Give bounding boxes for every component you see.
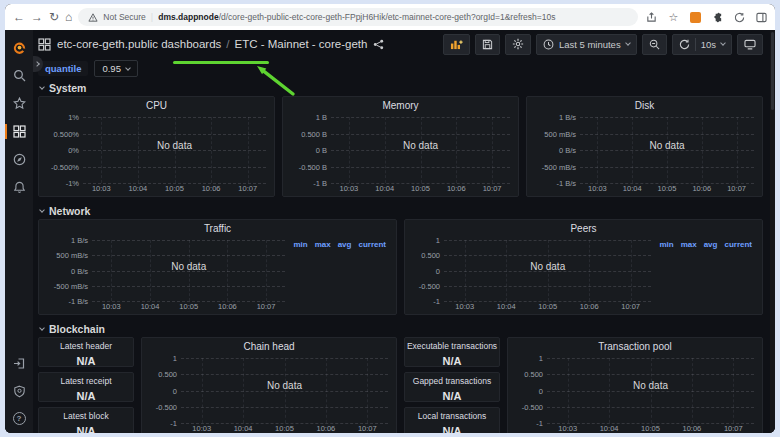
metamask-extension-icon[interactable]: [688, 10, 702, 24]
share-icon[interactable]: [644, 10, 658, 24]
not-secure-label[interactable]: Not Secure: [103, 12, 146, 22]
not-secure-warning-icon[interactable]: [88, 13, 98, 22]
row-header-blockchain[interactable]: Blockchain: [38, 321, 763, 337]
stat-panel-local-transactions: Local transactionsN/A: [404, 407, 500, 433]
legend-current[interactable]: current: [358, 240, 386, 249]
extensions-puzzle-icon[interactable]: [710, 10, 724, 24]
grafana-logo[interactable]: [12, 40, 27, 55]
explore-compass-icon[interactable]: [12, 152, 27, 167]
variable-label[interactable]: quantile: [38, 61, 88, 76]
stat-title[interactable]: Latest header: [60, 341, 112, 351]
plot-area: No data: [83, 117, 266, 183]
stat-value: N/A: [443, 355, 462, 367]
plot-area: No data: [444, 240, 651, 301]
row-header-system[interactable]: System: [38, 80, 763, 96]
forward-icon[interactable]: →: [31, 11, 43, 23]
back-icon[interactable]: ←: [13, 11, 25, 23]
page-scrollbar[interactable]: [770, 30, 775, 433]
breadcrumb-dashboard-title[interactable]: ETC - Mainnet - core-geth: [235, 38, 368, 50]
panel-title[interactable]: CPU: [39, 97, 274, 113]
stat-value: N/A: [77, 355, 96, 367]
add-panel-button[interactable]: [443, 34, 470, 55]
dashboards-icon[interactable]: [12, 124, 27, 139]
legend-avg[interactable]: avg: [338, 240, 352, 249]
y-axis: 10.5000-0.500-1: [146, 358, 181, 423]
sign-in-icon[interactable]: [12, 356, 27, 371]
chart-body: 10.5000-0.500-1No data10:0310:0410:0510:…: [142, 354, 396, 433]
x-axis-label: 10:03: [102, 302, 121, 311]
row-title: Network: [49, 205, 90, 217]
search-icon[interactable]: [12, 68, 27, 83]
stat-title[interactable]: Gapped transactions: [413, 376, 491, 386]
panel-traffic: Traffic1 B/s500 mB/s0 B/s-500 mB/s-1 B/s…: [38, 219, 397, 315]
legend-min[interactable]: min: [659, 240, 673, 249]
url-text[interactable]: dms.dappnode/d/core-geth-public-etc-core…: [158, 12, 555, 22]
y-axis-label: 0.500: [524, 370, 543, 379]
row-title: System: [49, 82, 86, 94]
stat-title[interactable]: Latest receipt: [60, 376, 111, 386]
x-axis-label: 10:07: [483, 184, 502, 193]
save-dashboard-button[interactable]: [475, 34, 500, 55]
stat-value: N/A: [443, 390, 462, 402]
starred-icon[interactable]: [12, 96, 27, 111]
legend: minmaxavgcurrent: [293, 240, 386, 249]
stat-title[interactable]: Local transactions: [418, 411, 487, 421]
breadcrumb-folder[interactable]: etc-core-geth.public dashboards: [57, 38, 221, 50]
share-dashboard-icon[interactable]: [373, 39, 384, 50]
panel-title[interactable]: Transaction pool: [508, 338, 762, 354]
dashboard-settings-button[interactable]: [505, 34, 531, 55]
stat-title[interactable]: Executable transactions: [407, 341, 497, 351]
y-axis-label: -1: [170, 419, 177, 428]
history-icon[interactable]: [732, 10, 746, 24]
home-icon[interactable]: ⌂: [65, 11, 72, 23]
y-axis-label: 0.500: [421, 251, 440, 260]
x-axis-label: 10:06: [692, 184, 711, 193]
alerting-bell-icon[interactable]: [12, 180, 27, 195]
refresh-interval-label[interactable]: 10s: [701, 39, 716, 50]
chart-body: 10.5000-0.500-1No data10:0310:0410:0510:…: [405, 236, 762, 314]
dashboard-toolbar: Last 5 minutes 10s: [443, 34, 763, 55]
cycle-view-mode-button[interactable]: [737, 34, 763, 55]
plot-col: No data10:0310:0410:0510:0610:07: [92, 240, 285, 312]
side-panel-icon[interactable]: [754, 10, 768, 24]
server-admin-shield-icon[interactable]: [12, 384, 27, 399]
gridline-v: [266, 240, 267, 301]
plot-area: No data: [331, 117, 510, 183]
row-header-network[interactable]: Network: [38, 203, 763, 219]
x-axis: 10:0310:0410:0510:0610:07: [92, 301, 285, 312]
help-icon[interactable]: ?: [13, 412, 26, 425]
panel-title[interactable]: Memory: [283, 97, 518, 113]
y-axis-label: 1%: [68, 113, 79, 122]
reload-icon[interactable]: ↻: [49, 11, 59, 23]
gridline-h: [580, 167, 754, 168]
legend-max[interactable]: max: [681, 240, 697, 249]
divider: [695, 38, 696, 51]
no-data-text: No data: [649, 139, 684, 150]
x-axis-label: 10:06: [447, 184, 466, 193]
legend-avg[interactable]: avg: [704, 240, 718, 249]
bookmark-star-icon[interactable]: ☆: [666, 10, 680, 24]
x-axis-label: 10:04: [234, 424, 253, 433]
x-axis-label: 10:04: [141, 302, 160, 311]
scrollbar-thumb[interactable]: [771, 32, 774, 110]
panel-title[interactable]: Chain head: [142, 338, 396, 354]
refresh-button-group[interactable]: 10s: [672, 34, 732, 55]
y-axis-label: -1 B: [313, 179, 327, 188]
zoom-out-button[interactable]: [642, 34, 667, 55]
panel-title[interactable]: Disk: [527, 97, 762, 113]
panel-title[interactable]: Traffic: [39, 220, 396, 236]
panel-title[interactable]: Peers: [405, 220, 762, 236]
y-axis-label: 0 B/s: [559, 146, 576, 155]
plot-area: No data: [580, 117, 754, 183]
chevron-down-icon: [39, 84, 45, 90]
plot-area: No data: [547, 358, 754, 423]
legend-max[interactable]: max: [315, 240, 331, 249]
legend-current[interactable]: current: [724, 240, 752, 249]
legend-min[interactable]: min: [293, 240, 307, 249]
x-axis-label: 10:04: [623, 184, 642, 193]
stat-title[interactable]: Latest block: [63, 411, 108, 421]
variable-value-dropdown[interactable]: 0.95: [94, 60, 138, 77]
x-axis: 10:0310:0410:0510:0610:07: [444, 301, 651, 312]
address-bar[interactable]: Not Secure | dms.dappnode/d/core-geth-pu…: [78, 8, 638, 26]
time-range-picker[interactable]: Last 5 minutes: [536, 34, 637, 55]
